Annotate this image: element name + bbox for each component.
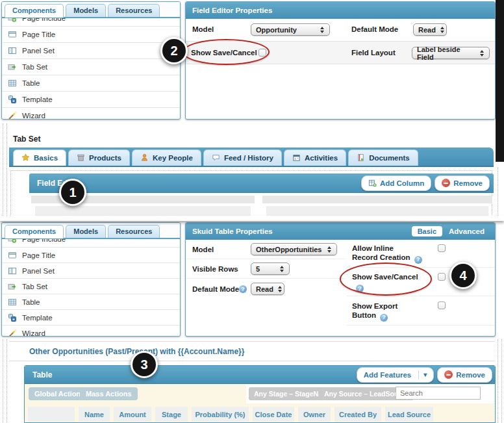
default-mode-select[interactable]: Read: [251, 283, 284, 295]
field-editor-properties-header: Field Editor Properties: [186, 2, 495, 19]
field-placeholder: [266, 206, 488, 216]
component-item-page-title[interactable]: Page Title: [2, 27, 180, 43]
wizard-icon: [8, 111, 17, 120]
panel-title: Skuid Table Properties: [192, 227, 273, 235]
model-row: Model Opportunity Default Mode Read: [186, 19, 496, 41]
panel-set-icon: [8, 266, 17, 276]
remove-icon: [444, 370, 453, 379]
annotation-ellipse-show-save-cancel-top: [183, 39, 270, 65]
button-divider: [418, 370, 419, 379]
callout-badge-4: 4: [449, 262, 477, 289]
canvas-tab-key-people[interactable]: Key People: [132, 149, 201, 166]
table-header-stage[interactable]: Stage: [155, 407, 188, 422]
component-item-page-include[interactable]: Page Include: [2, 18, 180, 27]
table-header-close-date[interactable]: Close Date: [253, 407, 294, 422]
default-mode-label: Default Mode: [192, 285, 239, 293]
mass-actions-button[interactable]: Mass Actions: [80, 387, 138, 400]
table-header-empty: [28, 407, 75, 422]
component-item-template[interactable]: Template: [2, 310, 180, 326]
tab-set-icon: [8, 282, 17, 291]
component-item-panel-set[interactable]: Panel Set: [2, 263, 180, 279]
table-component-bar[interactable]: Table Add Features ▾ Remove: [25, 366, 496, 384]
add-column-button[interactable]: Add Column: [361, 175, 431, 191]
page-include-icon: [8, 239, 17, 244]
tab-models[interactable]: Models: [66, 4, 106, 17]
field-layout-select[interactable]: Label beside Field: [412, 47, 490, 59]
canvas-tab-documents[interactable]: Documents: [348, 149, 418, 166]
canvas-tab-basics[interactable]: Basics: [13, 149, 66, 166]
tab-components[interactable]: Components: [5, 225, 64, 238]
tab-resources[interactable]: Resources: [108, 4, 160, 17]
canvas-tab-activities[interactable]: Activities: [284, 149, 346, 166]
model-select[interactable]: Opportunity: [251, 23, 330, 36]
panel-title: Field Editor Properties: [192, 6, 272, 14]
stepper-icon: [280, 266, 284, 272]
add-features-button[interactable]: Add Features ▾: [357, 367, 435, 383]
model-label: Model: [192, 25, 214, 33]
default-mode-row: Default Mode ? Read: [186, 279, 346, 300]
help-icon[interactable]: ?: [414, 256, 422, 264]
table-header-created-by[interactable]: Created By: [334, 407, 381, 422]
template-component[interactable]: Other Opportunities (Past/Present) with …: [9, 341, 495, 361]
component-item-tab-set[interactable]: Tab Set: [2, 279, 180, 294]
canvas-tab-products[interactable]: Products: [68, 149, 130, 166]
canvas-guide: [6, 123, 7, 217]
remove-icon: [442, 179, 450, 187]
visible-rows-label: Visible Rows: [192, 265, 238, 273]
skuid-builder-screenshot: Components Models Resources Page Include…: [0, 0, 504, 423]
component-item-table[interactable]: Table: [2, 294, 180, 310]
advanced-tab[interactable]: Advanced: [449, 227, 485, 235]
help-icon[interactable]: ?: [239, 285, 247, 293]
speech-bubble-icon: [212, 153, 220, 162]
components-panel-top: Components Models Resources Page Include…: [1, 1, 181, 120]
field-layout-label: Field Layout: [351, 49, 396, 57]
help-icon[interactable]: ?: [380, 314, 388, 322]
table-header-name[interactable]: Name: [79, 407, 110, 422]
basic-tab[interactable]: Basic: [412, 226, 442, 237]
annotation-ellipse-show-save-cancel-bottom: [340, 263, 432, 296]
remove-button[interactable]: Remove: [437, 367, 492, 383]
calendar-icon: [292, 153, 301, 162]
tab-resources[interactable]: Resources: [108, 225, 160, 238]
table-component: Table Add Features ▾ Remove Global Actio…: [24, 365, 496, 423]
canvas-tab-feed-history[interactable]: Feed / History: [203, 149, 282, 166]
tab-models[interactable]: Models: [66, 225, 106, 238]
field-placeholder: [35, 206, 251, 216]
field-editor-component-bar[interactable]: Field Editor Add Column Remove: [29, 173, 494, 193]
stepper-icon: [327, 246, 332, 253]
component-item-wizard[interactable]: Wizard: [2, 326, 180, 337]
caret-down-icon[interactable]: ▾: [423, 372, 427, 378]
callout-badge-3: 3: [131, 351, 158, 378]
table-header-owner[interactable]: Owner: [298, 407, 331, 422]
default-mode-select[interactable]: Read: [413, 23, 447, 36]
table-header-probability[interactable]: Probability (%): [192, 407, 249, 422]
canvas-guide: [6, 339, 7, 423]
component-item-page-title[interactable]: Page Title: [2, 248, 180, 263]
component-item-table[interactable]: Table: [2, 75, 180, 92]
page-title-icon: [8, 30, 17, 39]
allow-inline-checkbox[interactable]: [438, 244, 446, 252]
palette-tabs: Components Models Resources: [2, 223, 180, 239]
stepper-icon: [480, 50, 485, 57]
search-input[interactable]: [396, 387, 481, 400]
default-mode-label: Default Mode: [351, 25, 398, 33]
component-item-tab-set[interactable]: Tab Set: [2, 59, 180, 75]
model-label: Model: [192, 246, 214, 253]
tabset-strip: Basics Products Key People Feed / Histor…: [9, 147, 494, 167]
visible-rows-select[interactable]: 5: [251, 263, 290, 275]
canvas-guide: [501, 339, 502, 423]
model-select[interactable]: OtherOpportunities: [251, 243, 337, 255]
table-header-lead-source[interactable]: Lead Source: [385, 407, 433, 422]
remove-button[interactable]: Remove: [435, 175, 490, 191]
show-export-checkbox[interactable]: [438, 301, 446, 309]
callout-badge-2: 2: [160, 37, 188, 64]
tab-components[interactable]: Components: [5, 4, 64, 18]
component-item-panel-set[interactable]: Panel Set: [2, 43, 180, 59]
component-item-template[interactable]: Template: [2, 92, 180, 108]
component-item-wizard[interactable]: Wizard: [2, 108, 180, 120]
table-header-amount[interactable]: Amount: [114, 407, 151, 422]
component-item-page-include[interactable]: Page Include: [2, 239, 180, 248]
show-export-label: Show Export Button ?: [352, 301, 397, 322]
show-save-cancel-checkbox[interactable]: [438, 273, 446, 281]
canvas-guide: [3, 339, 3, 423]
